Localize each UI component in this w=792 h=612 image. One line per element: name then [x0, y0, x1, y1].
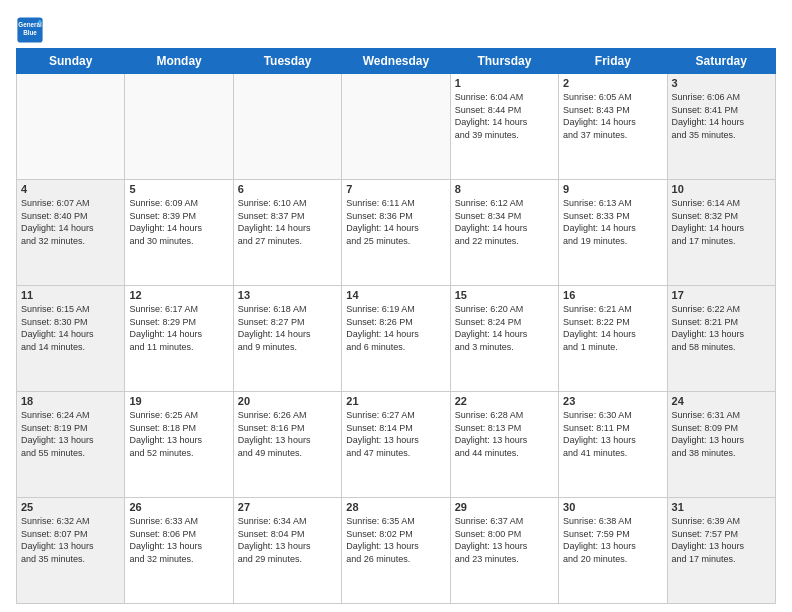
- day-number: 28: [346, 501, 445, 513]
- day-number: 21: [346, 395, 445, 407]
- day-number: 18: [21, 395, 120, 407]
- calendar-cell: 6Sunrise: 6:10 AMSunset: 8:37 PMDaylight…: [233, 180, 341, 286]
- day-info: Sunrise: 6:19 AMSunset: 8:26 PMDaylight:…: [346, 303, 445, 353]
- day-number: 2: [563, 77, 662, 89]
- calendar-week-3: 11Sunrise: 6:15 AMSunset: 8:30 PMDayligh…: [17, 286, 776, 392]
- day-number: 19: [129, 395, 228, 407]
- day-number: 11: [21, 289, 120, 301]
- calendar-cell: 22Sunrise: 6:28 AMSunset: 8:13 PMDayligh…: [450, 392, 558, 498]
- day-number: 16: [563, 289, 662, 301]
- calendar-week-5: 25Sunrise: 6:32 AMSunset: 8:07 PMDayligh…: [17, 498, 776, 604]
- calendar-cell: 19Sunrise: 6:25 AMSunset: 8:18 PMDayligh…: [125, 392, 233, 498]
- calendar-cell: 8Sunrise: 6:12 AMSunset: 8:34 PMDaylight…: [450, 180, 558, 286]
- day-number: 7: [346, 183, 445, 195]
- calendar-cell: 28Sunrise: 6:35 AMSunset: 8:02 PMDayligh…: [342, 498, 450, 604]
- day-info: Sunrise: 6:06 AMSunset: 8:41 PMDaylight:…: [672, 91, 771, 141]
- day-info: Sunrise: 6:18 AMSunset: 8:27 PMDaylight:…: [238, 303, 337, 353]
- calendar-cell: 25Sunrise: 6:32 AMSunset: 8:07 PMDayligh…: [17, 498, 125, 604]
- day-info: Sunrise: 6:32 AMSunset: 8:07 PMDaylight:…: [21, 515, 120, 565]
- day-info: Sunrise: 6:05 AMSunset: 8:43 PMDaylight:…: [563, 91, 662, 141]
- day-info: Sunrise: 6:35 AMSunset: 8:02 PMDaylight:…: [346, 515, 445, 565]
- calendar-cell: 23Sunrise: 6:30 AMSunset: 8:11 PMDayligh…: [559, 392, 667, 498]
- day-number: 30: [563, 501, 662, 513]
- day-header-thursday: Thursday: [450, 49, 558, 74]
- page: General Blue SundayMondayTuesdayWednesda…: [0, 0, 792, 612]
- day-number: 14: [346, 289, 445, 301]
- calendar-cell: 7Sunrise: 6:11 AMSunset: 8:36 PMDaylight…: [342, 180, 450, 286]
- day-header-friday: Friday: [559, 49, 667, 74]
- day-info: Sunrise: 6:15 AMSunset: 8:30 PMDaylight:…: [21, 303, 120, 353]
- calendar-header-row: SundayMondayTuesdayWednesdayThursdayFrid…: [17, 49, 776, 74]
- calendar-cell: 13Sunrise: 6:18 AMSunset: 8:27 PMDayligh…: [233, 286, 341, 392]
- day-info: Sunrise: 6:14 AMSunset: 8:32 PMDaylight:…: [672, 197, 771, 247]
- day-info: Sunrise: 6:12 AMSunset: 8:34 PMDaylight:…: [455, 197, 554, 247]
- day-info: Sunrise: 6:37 AMSunset: 8:00 PMDaylight:…: [455, 515, 554, 565]
- day-number: 12: [129, 289, 228, 301]
- day-number: 6: [238, 183, 337, 195]
- day-info: Sunrise: 6:26 AMSunset: 8:16 PMDaylight:…: [238, 409, 337, 459]
- day-info: Sunrise: 6:22 AMSunset: 8:21 PMDaylight:…: [672, 303, 771, 353]
- calendar-cell: 5Sunrise: 6:09 AMSunset: 8:39 PMDaylight…: [125, 180, 233, 286]
- calendar-cell: [233, 74, 341, 180]
- day-number: 25: [21, 501, 120, 513]
- day-header-monday: Monday: [125, 49, 233, 74]
- calendar-cell: 29Sunrise: 6:37 AMSunset: 8:00 PMDayligh…: [450, 498, 558, 604]
- day-info: Sunrise: 6:33 AMSunset: 8:06 PMDaylight:…: [129, 515, 228, 565]
- calendar-cell: 12Sunrise: 6:17 AMSunset: 8:29 PMDayligh…: [125, 286, 233, 392]
- day-number: 31: [672, 501, 771, 513]
- calendar-cell: 21Sunrise: 6:27 AMSunset: 8:14 PMDayligh…: [342, 392, 450, 498]
- day-info: Sunrise: 6:17 AMSunset: 8:29 PMDaylight:…: [129, 303, 228, 353]
- day-number: 9: [563, 183, 662, 195]
- logo: General Blue: [16, 16, 46, 44]
- header: General Blue: [16, 12, 776, 44]
- day-number: 27: [238, 501, 337, 513]
- calendar-cell: 16Sunrise: 6:21 AMSunset: 8:22 PMDayligh…: [559, 286, 667, 392]
- day-number: 1: [455, 77, 554, 89]
- day-number: 13: [238, 289, 337, 301]
- day-header-wednesday: Wednesday: [342, 49, 450, 74]
- calendar-cell: 14Sunrise: 6:19 AMSunset: 8:26 PMDayligh…: [342, 286, 450, 392]
- calendar-cell: 18Sunrise: 6:24 AMSunset: 8:19 PMDayligh…: [17, 392, 125, 498]
- logo-icon: General Blue: [16, 16, 44, 44]
- day-info: Sunrise: 6:20 AMSunset: 8:24 PMDaylight:…: [455, 303, 554, 353]
- day-info: Sunrise: 6:38 AMSunset: 7:59 PMDaylight:…: [563, 515, 662, 565]
- calendar-cell: 27Sunrise: 6:34 AMSunset: 8:04 PMDayligh…: [233, 498, 341, 604]
- calendar-cell: 26Sunrise: 6:33 AMSunset: 8:06 PMDayligh…: [125, 498, 233, 604]
- calendar-cell: 9Sunrise: 6:13 AMSunset: 8:33 PMDaylight…: [559, 180, 667, 286]
- day-info: Sunrise: 6:31 AMSunset: 8:09 PMDaylight:…: [672, 409, 771, 459]
- calendar-cell: 10Sunrise: 6:14 AMSunset: 8:32 PMDayligh…: [667, 180, 775, 286]
- day-header-tuesday: Tuesday: [233, 49, 341, 74]
- day-number: 26: [129, 501, 228, 513]
- calendar-cell: [342, 74, 450, 180]
- calendar-week-4: 18Sunrise: 6:24 AMSunset: 8:19 PMDayligh…: [17, 392, 776, 498]
- day-number: 17: [672, 289, 771, 301]
- day-header-sunday: Sunday: [17, 49, 125, 74]
- day-info: Sunrise: 6:21 AMSunset: 8:22 PMDaylight:…: [563, 303, 662, 353]
- day-info: Sunrise: 6:09 AMSunset: 8:39 PMDaylight:…: [129, 197, 228, 247]
- calendar-cell: 3Sunrise: 6:06 AMSunset: 8:41 PMDaylight…: [667, 74, 775, 180]
- calendar-cell: 31Sunrise: 6:39 AMSunset: 7:57 PMDayligh…: [667, 498, 775, 604]
- day-number: 23: [563, 395, 662, 407]
- day-info: Sunrise: 6:04 AMSunset: 8:44 PMDaylight:…: [455, 91, 554, 141]
- calendar-week-2: 4Sunrise: 6:07 AMSunset: 8:40 PMDaylight…: [17, 180, 776, 286]
- day-number: 4: [21, 183, 120, 195]
- calendar-cell: 11Sunrise: 6:15 AMSunset: 8:30 PMDayligh…: [17, 286, 125, 392]
- day-info: Sunrise: 6:30 AMSunset: 8:11 PMDaylight:…: [563, 409, 662, 459]
- calendar-week-1: 1Sunrise: 6:04 AMSunset: 8:44 PMDaylight…: [17, 74, 776, 180]
- day-info: Sunrise: 6:27 AMSunset: 8:14 PMDaylight:…: [346, 409, 445, 459]
- calendar-cell: 1Sunrise: 6:04 AMSunset: 8:44 PMDaylight…: [450, 74, 558, 180]
- day-info: Sunrise: 6:25 AMSunset: 8:18 PMDaylight:…: [129, 409, 228, 459]
- calendar-cell: 2Sunrise: 6:05 AMSunset: 8:43 PMDaylight…: [559, 74, 667, 180]
- day-info: Sunrise: 6:39 AMSunset: 7:57 PMDaylight:…: [672, 515, 771, 565]
- day-number: 22: [455, 395, 554, 407]
- day-number: 29: [455, 501, 554, 513]
- day-info: Sunrise: 6:24 AMSunset: 8:19 PMDaylight:…: [21, 409, 120, 459]
- day-info: Sunrise: 6:13 AMSunset: 8:33 PMDaylight:…: [563, 197, 662, 247]
- calendar-cell: 17Sunrise: 6:22 AMSunset: 8:21 PMDayligh…: [667, 286, 775, 392]
- day-info: Sunrise: 6:10 AMSunset: 8:37 PMDaylight:…: [238, 197, 337, 247]
- calendar-cell: 30Sunrise: 6:38 AMSunset: 7:59 PMDayligh…: [559, 498, 667, 604]
- day-info: Sunrise: 6:34 AMSunset: 8:04 PMDaylight:…: [238, 515, 337, 565]
- day-info: Sunrise: 6:28 AMSunset: 8:13 PMDaylight:…: [455, 409, 554, 459]
- svg-text:Blue: Blue: [23, 29, 37, 36]
- day-number: 3: [672, 77, 771, 89]
